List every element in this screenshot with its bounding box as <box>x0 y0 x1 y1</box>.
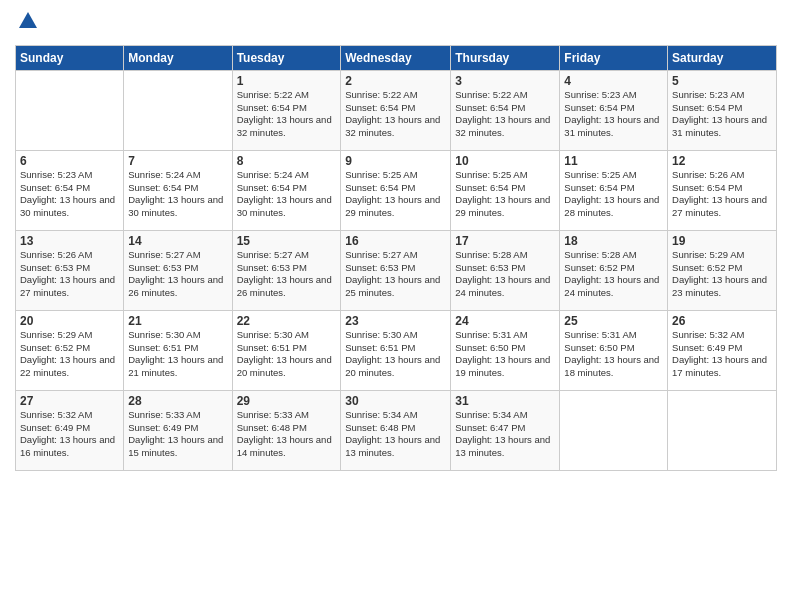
day-number: 28 <box>128 394 227 408</box>
calendar-cell: 19Sunrise: 5:29 AM Sunset: 6:52 PM Dayli… <box>668 230 777 310</box>
day-info: Sunrise: 5:22 AM Sunset: 6:54 PM Dayligh… <box>455 89 555 140</box>
day-info: Sunrise: 5:30 AM Sunset: 6:51 PM Dayligh… <box>128 329 227 380</box>
day-number: 15 <box>237 234 337 248</box>
day-number: 6 <box>20 154 119 168</box>
calendar-cell: 14Sunrise: 5:27 AM Sunset: 6:53 PM Dayli… <box>124 230 232 310</box>
calendar-cell: 10Sunrise: 5:25 AM Sunset: 6:54 PM Dayli… <box>451 150 560 230</box>
day-info: Sunrise: 5:27 AM Sunset: 6:53 PM Dayligh… <box>237 249 337 300</box>
calendar-cell: 26Sunrise: 5:32 AM Sunset: 6:49 PM Dayli… <box>668 310 777 390</box>
day-number: 18 <box>564 234 663 248</box>
calendar-cell: 17Sunrise: 5:28 AM Sunset: 6:53 PM Dayli… <box>451 230 560 310</box>
day-number: 8 <box>237 154 337 168</box>
day-number: 24 <box>455 314 555 328</box>
day-info: Sunrise: 5:23 AM Sunset: 6:54 PM Dayligh… <box>672 89 772 140</box>
day-info: Sunrise: 5:25 AM Sunset: 6:54 PM Dayligh… <box>455 169 555 220</box>
calendar-cell: 24Sunrise: 5:31 AM Sunset: 6:50 PM Dayli… <box>451 310 560 390</box>
day-info: Sunrise: 5:25 AM Sunset: 6:54 PM Dayligh… <box>564 169 663 220</box>
calendar-table: SundayMondayTuesdayWednesdayThursdayFrid… <box>15 45 777 471</box>
day-number: 5 <box>672 74 772 88</box>
calendar-cell: 15Sunrise: 5:27 AM Sunset: 6:53 PM Dayli… <box>232 230 341 310</box>
calendar-cell: 31Sunrise: 5:34 AM Sunset: 6:47 PM Dayli… <box>451 390 560 470</box>
day-info: Sunrise: 5:33 AM Sunset: 6:49 PM Dayligh… <box>128 409 227 460</box>
calendar-cell: 22Sunrise: 5:30 AM Sunset: 6:51 PM Dayli… <box>232 310 341 390</box>
day-info: Sunrise: 5:33 AM Sunset: 6:48 PM Dayligh… <box>237 409 337 460</box>
day-info: Sunrise: 5:23 AM Sunset: 6:54 PM Dayligh… <box>20 169 119 220</box>
day-number: 25 <box>564 314 663 328</box>
day-number: 11 <box>564 154 663 168</box>
day-info: Sunrise: 5:27 AM Sunset: 6:53 PM Dayligh… <box>345 249 446 300</box>
day-number: 21 <box>128 314 227 328</box>
day-info: Sunrise: 5:26 AM Sunset: 6:53 PM Dayligh… <box>20 249 119 300</box>
day-number: 27 <box>20 394 119 408</box>
weekday-header-tuesday: Tuesday <box>232 45 341 70</box>
calendar-cell <box>560 390 668 470</box>
calendar-cell: 21Sunrise: 5:30 AM Sunset: 6:51 PM Dayli… <box>124 310 232 390</box>
day-number: 26 <box>672 314 772 328</box>
day-info: Sunrise: 5:30 AM Sunset: 6:51 PM Dayligh… <box>345 329 446 380</box>
day-info: Sunrise: 5:22 AM Sunset: 6:54 PM Dayligh… <box>345 89 446 140</box>
day-info: Sunrise: 5:26 AM Sunset: 6:54 PM Dayligh… <box>672 169 772 220</box>
day-info: Sunrise: 5:32 AM Sunset: 6:49 PM Dayligh… <box>672 329 772 380</box>
calendar-week-row: 13Sunrise: 5:26 AM Sunset: 6:53 PM Dayli… <box>16 230 777 310</box>
day-info: Sunrise: 5:29 AM Sunset: 6:52 PM Dayligh… <box>20 329 119 380</box>
day-number: 22 <box>237 314 337 328</box>
calendar-cell: 29Sunrise: 5:33 AM Sunset: 6:48 PM Dayli… <box>232 390 341 470</box>
day-number: 17 <box>455 234 555 248</box>
day-number: 23 <box>345 314 446 328</box>
day-number: 31 <box>455 394 555 408</box>
calendar-cell: 20Sunrise: 5:29 AM Sunset: 6:52 PM Dayli… <box>16 310 124 390</box>
calendar-cell: 16Sunrise: 5:27 AM Sunset: 6:53 PM Dayli… <box>341 230 451 310</box>
calendar-cell <box>668 390 777 470</box>
calendar-cell: 30Sunrise: 5:34 AM Sunset: 6:48 PM Dayli… <box>341 390 451 470</box>
calendar-cell: 9Sunrise: 5:25 AM Sunset: 6:54 PM Daylig… <box>341 150 451 230</box>
day-info: Sunrise: 5:28 AM Sunset: 6:52 PM Dayligh… <box>564 249 663 300</box>
calendar-cell: 7Sunrise: 5:24 AM Sunset: 6:54 PM Daylig… <box>124 150 232 230</box>
day-info: Sunrise: 5:23 AM Sunset: 6:54 PM Dayligh… <box>564 89 663 140</box>
calendar-cell: 11Sunrise: 5:25 AM Sunset: 6:54 PM Dayli… <box>560 150 668 230</box>
calendar-cell: 18Sunrise: 5:28 AM Sunset: 6:52 PM Dayli… <box>560 230 668 310</box>
day-info: Sunrise: 5:27 AM Sunset: 6:53 PM Dayligh… <box>128 249 227 300</box>
day-info: Sunrise: 5:34 AM Sunset: 6:47 PM Dayligh… <box>455 409 555 460</box>
calendar-cell: 3Sunrise: 5:22 AM Sunset: 6:54 PM Daylig… <box>451 70 560 150</box>
weekday-header-thursday: Thursday <box>451 45 560 70</box>
day-info: Sunrise: 5:28 AM Sunset: 6:53 PM Dayligh… <box>455 249 555 300</box>
calendar-cell: 28Sunrise: 5:33 AM Sunset: 6:49 PM Dayli… <box>124 390 232 470</box>
day-number: 30 <box>345 394 446 408</box>
day-info: Sunrise: 5:25 AM Sunset: 6:54 PM Dayligh… <box>345 169 446 220</box>
day-number: 9 <box>345 154 446 168</box>
day-number: 19 <box>672 234 772 248</box>
calendar-week-row: 6Sunrise: 5:23 AM Sunset: 6:54 PM Daylig… <box>16 150 777 230</box>
calendar-cell: 6Sunrise: 5:23 AM Sunset: 6:54 PM Daylig… <box>16 150 124 230</box>
calendar-cell: 8Sunrise: 5:24 AM Sunset: 6:54 PM Daylig… <box>232 150 341 230</box>
svg-marker-0 <box>19 12 37 28</box>
day-number: 20 <box>20 314 119 328</box>
calendar-week-row: 20Sunrise: 5:29 AM Sunset: 6:52 PM Dayli… <box>16 310 777 390</box>
weekday-header-monday: Monday <box>124 45 232 70</box>
day-info: Sunrise: 5:31 AM Sunset: 6:50 PM Dayligh… <box>455 329 555 380</box>
calendar-cell: 12Sunrise: 5:26 AM Sunset: 6:54 PM Dayli… <box>668 150 777 230</box>
day-info: Sunrise: 5:34 AM Sunset: 6:48 PM Dayligh… <box>345 409 446 460</box>
logo-icon <box>17 10 39 32</box>
day-number: 2 <box>345 74 446 88</box>
calendar-cell: 5Sunrise: 5:23 AM Sunset: 6:54 PM Daylig… <box>668 70 777 150</box>
calendar-week-row: 1Sunrise: 5:22 AM Sunset: 6:54 PM Daylig… <box>16 70 777 150</box>
calendar-cell: 4Sunrise: 5:23 AM Sunset: 6:54 PM Daylig… <box>560 70 668 150</box>
weekday-header-saturday: Saturday <box>668 45 777 70</box>
day-info: Sunrise: 5:24 AM Sunset: 6:54 PM Dayligh… <box>237 169 337 220</box>
day-number: 1 <box>237 74 337 88</box>
day-number: 13 <box>20 234 119 248</box>
calendar-cell: 23Sunrise: 5:30 AM Sunset: 6:51 PM Dayli… <box>341 310 451 390</box>
day-number: 29 <box>237 394 337 408</box>
calendar-cell <box>16 70 124 150</box>
day-info: Sunrise: 5:22 AM Sunset: 6:54 PM Dayligh… <box>237 89 337 140</box>
day-number: 7 <box>128 154 227 168</box>
weekday-header-friday: Friday <box>560 45 668 70</box>
day-number: 3 <box>455 74 555 88</box>
calendar-week-row: 27Sunrise: 5:32 AM Sunset: 6:49 PM Dayli… <box>16 390 777 470</box>
calendar-cell <box>124 70 232 150</box>
calendar-cell: 13Sunrise: 5:26 AM Sunset: 6:53 PM Dayli… <box>16 230 124 310</box>
day-info: Sunrise: 5:24 AM Sunset: 6:54 PM Dayligh… <box>128 169 227 220</box>
day-info: Sunrise: 5:30 AM Sunset: 6:51 PM Dayligh… <box>237 329 337 380</box>
day-number: 16 <box>345 234 446 248</box>
day-info: Sunrise: 5:32 AM Sunset: 6:49 PM Dayligh… <box>20 409 119 460</box>
